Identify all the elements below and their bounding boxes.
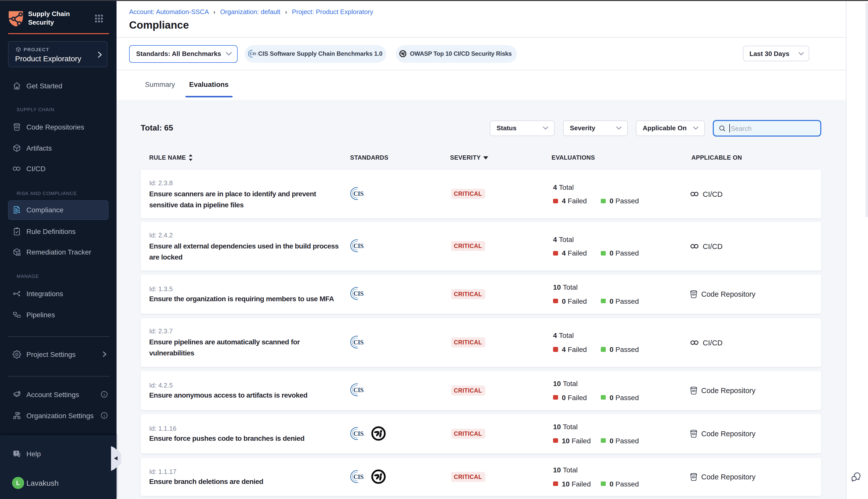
svg-text:CIS: CIS: [353, 190, 363, 197]
svg-text:CIS: CIS: [353, 339, 363, 345]
svg-text:CIS: CIS: [353, 290, 363, 297]
svg-text:CIS: CIS: [353, 387, 363, 393]
svg-text:CIS: CIS: [353, 430, 363, 437]
svg-text:?: ?: [15, 451, 17, 455]
svg-text:CIS: CIS: [353, 473, 363, 480]
svg-text:CIS: CIS: [353, 242, 363, 249]
svg-text:CIS: CIS: [250, 52, 256, 56]
